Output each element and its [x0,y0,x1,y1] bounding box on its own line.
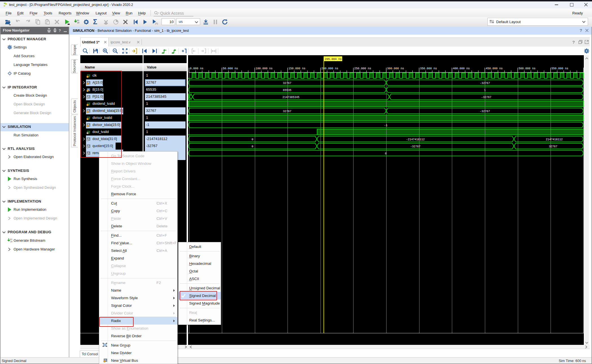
svg-text:32767: 32767 [283,82,291,85]
svg-text:-32767: -32767 [481,96,491,99]
svg-text:150.000 ns: 150.000 ns [288,67,305,70]
svg-text:100.000 ns: 100.000 ns [256,67,273,70]
svg-text:250.000 ns: 250.000 ns [354,67,371,70]
svg-text:-1: -1 [384,124,387,127]
svg-text:550.000 ns: 550.000 ns [551,67,568,70]
svg-text:0: 0 [251,145,253,148]
svg-text:32767: 32767 [549,145,557,148]
svg-text:205.004 ns: 205.004 ns [325,58,342,61]
svg-text:350.000 ns: 350.000 ns [420,67,437,70]
svg-text:?: ? [59,28,61,33]
svg-text:10: 10 [77,22,79,24]
svg-text:01: 01 [77,19,79,22]
svg-text:0.000 ns: 0.000 ns [190,67,204,70]
svg-text:01: 01 [10,239,12,241]
svg-text:10: 10 [10,241,12,243]
svg-text:1: 1 [484,89,486,92]
svg-text:(T): (T) [155,22,158,25]
svg-text:0: 0 [251,138,253,141]
svg-text:400.000 ns: 400.000 ns [453,67,470,70]
svg-text:2147418112: 2147418112 [546,138,563,141]
svg-text:2147385345: 2147385345 [282,96,299,99]
svg-text:-32767: -32767 [410,145,420,148]
svg-text:32767: 32767 [283,110,291,113]
svg-text:500.000 ns: 500.000 ns [519,67,536,70]
svg-text:300.000 ns: 300.000 ns [387,67,404,70]
svg-text:0: 0 [385,152,386,155]
svg-text:50.000 ns: 50.000 ns [223,67,238,70]
svg-text:-2147418112: -2147418112 [406,138,425,141]
svg-text:450.000 ns: 450.000 ns [486,67,503,70]
svg-text:-32767: -32767 [480,110,490,113]
svg-text:65535: 65535 [283,89,291,92]
svg-text:-32767: -32767 [480,82,490,85]
